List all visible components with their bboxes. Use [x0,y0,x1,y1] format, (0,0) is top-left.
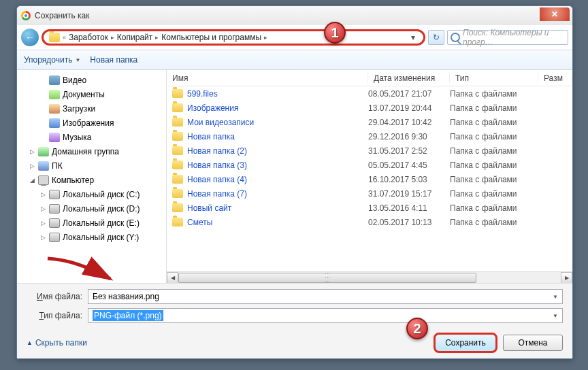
filetype-dropdown[interactable]: PNG-файл (*.png) ▼ [88,308,563,323]
tree-item[interactable]: ◢Компьютер [17,173,166,187]
folder-icon [172,132,183,141]
titlebar: Сохранить как ✕ [17,6,572,25]
chrome-icon [21,11,31,20]
save-button[interactable]: Сохранить [434,333,497,353]
tree-icon [38,175,49,185]
tree-icon [38,161,49,171]
tree-item[interactable]: ▷Локальный диск (E:) [17,216,166,230]
file-row[interactable]: 599.files08.05.2017 21:07Папка с файлами [167,86,572,101]
file-row[interactable]: Изображения13.07.2019 20:44Папка с файла… [167,101,572,115]
breadcrumb-dropdown[interactable]: ▾ [408,33,418,42]
filetype-label: Тип файла: [27,311,88,320]
folder-tree[interactable]: ВидеоДокументыЗагрузкиИзображенияМузыка▷… [17,70,167,283]
new-folder-button[interactable]: Новая папка [90,55,137,65]
breadcrumb[interactable]: « Заработок ▸ Копирайт ▸ Компьютеры и пр… [42,29,425,46]
tree-icon [49,190,60,199]
tree-icon [49,118,60,128]
chevron-down-icon[interactable]: ▼ [550,291,561,302]
tree-icon [49,204,60,214]
file-row[interactable]: Новый сайт13.05.2016 4:11Папка с файлами [167,201,572,215]
chevron-down-icon[interactable]: ▼ [550,310,561,321]
file-rows[interactable]: 599.files08.05.2017 21:07Папка с файлами… [167,86,572,271]
file-row[interactable]: Новая папка (4)16.10.2017 5:03Папка с фа… [167,172,572,186]
filename-label: Имя файла: [27,292,88,301]
save-dialog: Сохранить как ✕ ← « Заработок ▸ Копирайт… [16,5,573,359]
refresh-button[interactable]: ↻ [428,30,444,45]
tree-item[interactable]: Видео [17,73,166,87]
file-row[interactable]: Новая папка (2)31.05.2017 2:52Папка с фа… [167,144,572,158]
folder-icon [172,146,183,155]
file-row[interactable]: Новая папка (7)31.07.2019 15:17Папка с ф… [167,186,572,201]
scroll-left-button[interactable]: ◀ [167,272,178,284]
tree-icon [49,218,60,228]
column-headers: Имя Дата изменения Тип Разм [167,70,572,86]
breadcrumb-item[interactable]: Копирайт [117,33,152,42]
annotation-1: 1 [324,22,346,44]
tree-icon [49,133,60,142]
file-row[interactable]: Сметы02.05.2017 10:13Папка с файлами [167,215,572,229]
tree-icon [38,147,49,156]
col-size[interactable]: Разм [538,73,572,83]
tree-item[interactable]: ▷Домашняя группа [17,144,166,158]
annotation-2: 2 [406,318,428,339]
scroll-thumb[interactable] [178,273,476,283]
tree-item[interactable]: Изображения [17,116,166,130]
nav-row: ← « Заработок ▸ Копирайт ▸ Компьютеры и … [17,25,572,50]
breadcrumb-item[interactable]: Компьютеры и программы [161,33,261,42]
folder-icon [172,103,183,112]
tree-icon [49,233,60,242]
col-date[interactable]: Дата изменения [368,73,450,83]
tree-item[interactable]: ▷Локальный диск (Y:) [17,230,166,244]
search-input[interactable]: Поиск: Компьютеры и прогр… [447,30,568,45]
tree-icon [49,90,60,99]
tree-item[interactable]: ▷Локальный диск (C:) [17,187,166,201]
folder-icon [172,175,183,184]
scroll-right-button[interactable]: ▶ [561,272,572,284]
bottom-panel: Имя файла: Без названия.png ▼ Тип файла:… [17,283,572,358]
col-type[interactable]: Тип [450,73,538,83]
filename-input[interactable]: Без названия.png ▼ [88,289,563,304]
tree-item[interactable]: ▷Локальный диск (D:) [17,201,166,216]
folder-icon [172,161,183,169]
tree-icon [49,75,60,85]
folder-icon [172,189,183,198]
close-button[interactable]: ✕ [540,7,570,21]
folder-icon [49,33,60,42]
tree-item[interactable]: Музыка [17,130,166,144]
folder-icon [172,218,183,226]
organize-button[interactable]: Упорядочить▼ [24,55,80,65]
file-list: Имя Дата изменения Тип Разм 599.files08.… [167,70,572,283]
cancel-button[interactable]: Отмена [503,335,563,351]
tree-item[interactable]: ▷ПК [17,158,166,173]
horizontal-scrollbar[interactable]: ◀ ▶ [167,271,572,283]
window-title: Сохранить как [35,11,89,20]
folder-icon [172,89,183,98]
dialog-body: ВидеоДокументыЗагрузкиИзображенияМузыка▷… [17,70,572,283]
col-name[interactable]: Имя [167,73,368,83]
file-row[interactable]: Новая папка29.12.2016 9:30Папка с файлам… [167,129,572,144]
folder-icon [172,118,183,127]
toolbar: Упорядочить▼ Новая папка [17,50,572,70]
hide-folders-toggle[interactable]: ▲Скрыть папки [27,338,87,348]
tree-item[interactable]: Загрузки [17,101,166,116]
back-button[interactable]: ← [21,29,39,46]
tree-icon [49,104,60,114]
tree-item[interactable]: Документы [17,87,166,101]
search-icon [451,33,460,42]
file-row[interactable]: Мои видеозаписи29.04.2017 10:42Папка с ф… [167,115,572,129]
file-row[interactable]: Новая папка (3)05.05.2017 4:45Папка с фа… [167,158,572,172]
annotation-arrow [42,253,124,290]
breadcrumb-item[interactable]: Заработок [69,33,108,42]
folder-icon [172,203,183,212]
